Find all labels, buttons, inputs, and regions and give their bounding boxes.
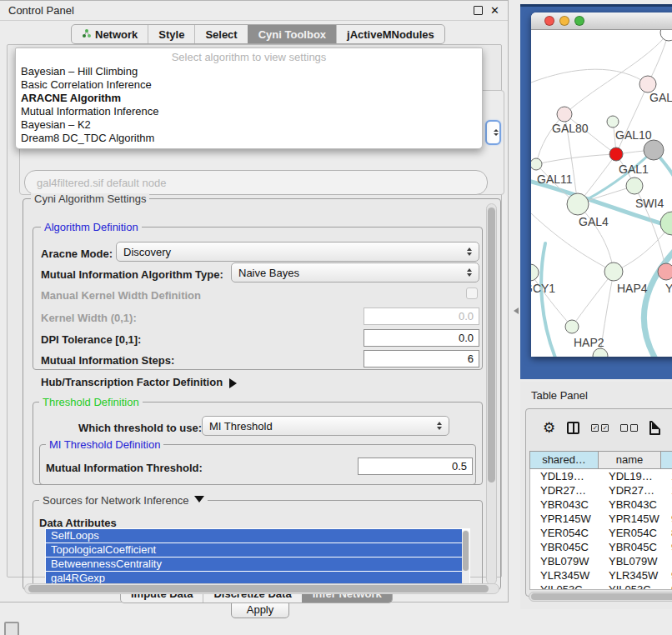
settings-vertical-scrollbar[interactable]: [486, 203, 497, 585]
gear-icon[interactable]: ⚙: [543, 421, 555, 435]
unchecked-columns-icon[interactable]: [620, 424, 638, 432]
network-node[interactable]: [607, 116, 619, 128]
mi-threshold-field[interactable]: [358, 458, 473, 475]
table-panel: Table Panel ⚙✓✓ shared…name YDL19…YDL19……: [520, 382, 672, 609]
tab-cyni-toolbox[interactable]: Cyni Toolbox: [248, 25, 336, 43]
algorithm-combo-arrow-button[interactable]: [485, 120, 501, 145]
network-node[interactable]: [609, 148, 623, 161]
list-item[interactable]: BetweennessCentrality: [46, 558, 462, 571]
dropdown-item-dream8-dc-tdc-algorithm[interactable]: Dream8 DC_TDC Algorithm: [16, 132, 482, 145]
table-panel-title: Table Panel: [520, 382, 672, 402]
dropdown-placeholder: Select algorithm to view settings: [16, 50, 482, 65]
dropdown-item-bayesian-hill-climbing[interactable]: Bayesian – Hill Climbing: [16, 65, 482, 78]
dpi-tolerance-field[interactable]: [364, 329, 479, 347]
table-cell: YBL079W: [599, 554, 661, 568]
tab-network[interactable]: Network: [72, 25, 148, 43]
node-label: GAL1: [619, 162, 649, 176]
network-view-window[interactable]: GAL7GAL80GAL10GAL11GAL1GAL4SWI4GCY1HAP4Y…: [531, 12, 672, 357]
network-graph[interactable]: GAL7GAL80GAL10GAL11GAL1GAL4SWI4GCY1HAP4Y…: [531, 30, 672, 357]
docked-panel-icon[interactable]: [4, 622, 19, 635]
table-row[interactable]: YBL079WYBL079W: [530, 554, 672, 568]
panel-title: Control Panel: [8, 4, 474, 17]
dropdown-item-aracne-algorithm[interactable]: ARACNE Algorithm: [16, 92, 482, 105]
network-node-gal7[interactable]: [639, 76, 656, 92]
which-threshold-combo[interactable]: MI Threshold: [202, 416, 449, 436]
tab-style[interactable]: Style: [148, 25, 194, 43]
network-edge[interactable]: [536, 154, 616, 164]
split-pane-collapse-icon[interactable]: [510, 308, 519, 314]
network-node[interactable]: [593, 348, 608, 357]
table-cell: 9: [661, 582, 672, 590]
dropdown-item-basic-correlation-inference[interactable]: Basic Correlation Inference: [16, 78, 482, 92]
table-row[interactable]: YLR345WYLR345W9.: [530, 568, 672, 582]
tab-jactivemnodules[interactable]: jActiveMNodules: [336, 25, 444, 43]
spinner-arrows-icon: [467, 268, 472, 277]
table-row[interactable]: YIL053CYIL053C9: [530, 582, 672, 590]
settings-horizontal-scrollbar[interactable]: [24, 583, 499, 594]
table-horizontal-scrollbar[interactable]: [529, 592, 672, 602]
network-node-gal11[interactable]: [531, 158, 542, 170]
hub-definition-toggle[interactable]: Hub/Transcription Factor Definition: [41, 376, 242, 388]
network-icon: [82, 28, 92, 41]
checked-columns-icon[interactable]: ✓✓: [591, 424, 609, 432]
network-node-gcy1[interactable]: [531, 264, 539, 281]
network-node-gal4[interactable]: [567, 193, 589, 215]
table-row[interactable]: YBR043CYBR043C: [530, 498, 672, 512]
zoom-traffic-icon[interactable]: [574, 16, 584, 26]
dropdown-item-bayesian-k2[interactable]: Bayesian – K2: [16, 118, 482, 132]
table-row[interactable]: YDR27…YDR27…12: [530, 483, 672, 498]
dropdown-item-mutual-information-inference[interactable]: Mutual Information Inference: [16, 105, 482, 118]
mi-algorithm-type-combo[interactable]: Naive Bayes: [231, 262, 479, 282]
table-cell: YLR345W: [530, 568, 599, 582]
sources-group-title[interactable]: Sources for Network Inference: [39, 495, 208, 508]
aracne-mode-combo[interactable]: Discovery: [116, 242, 479, 262]
network-node-hap2[interactable]: [565, 320, 579, 333]
network-edge[interactable]: [572, 272, 614, 327]
table-cell: 12: [661, 483, 672, 498]
network-window-titlebar[interactable]: [531, 12, 672, 30]
control-panel-titlebar: Control Panel ✕: [0, 1, 508, 21]
close-icon[interactable]: ✕: [490, 5, 499, 16]
data-attributes-list[interactable]: SelfLoopsTopologicalCoefficientBetweenne…: [45, 528, 470, 590]
list-item[interactable]: TopologicalCoefficient: [46, 543, 462, 557]
table-row[interactable]: YDL19…YDL19…13: [530, 469, 672, 483]
network-node[interactable]: [660, 30, 672, 41]
table-cell: YER054C: [530, 526, 599, 540]
mi-threshold-label: Mutual Information Threshold:: [46, 462, 203, 474]
table-row[interactable]: YBR045CYBR045C9.: [530, 540, 672, 554]
table-cell: YBR043C: [530, 498, 599, 512]
column-header-extra[interactable]: [661, 452, 672, 468]
network-node-y[interactable]: [658, 263, 672, 280]
float-icon[interactable]: [474, 6, 483, 15]
close-traffic-icon[interactable]: [544, 16, 554, 26]
table-cell: YBR043C: [599, 498, 661, 512]
file-icon[interactable]: [649, 421, 660, 435]
tab-select[interactable]: Select: [194, 25, 247, 43]
network-node-gal80[interactable]: [557, 107, 572, 122]
network-edge[interactable]: [531, 272, 572, 327]
network-node-gal1[interactable]: [626, 178, 643, 194]
minimize-traffic-icon[interactable]: [559, 16, 569, 26]
node-label: Y: [665, 282, 672, 295]
network-edge[interactable]: [541, 243, 557, 357]
mi-steps-field[interactable]: [364, 350, 479, 368]
list-item[interactable]: SelfLoops: [46, 529, 462, 542]
network-edge[interactable]: [616, 84, 648, 154]
kernel-width-field[interactable]: [364, 308, 479, 325]
table-row[interactable]: YER054CYER054C8.: [530, 526, 672, 540]
network-node-swi4[interactable]: [660, 212, 672, 235]
table-row[interactable]: YPR145WYPR145W9.: [530, 512, 672, 526]
checked-checkbox-icon: ✓: [591, 424, 599, 432]
network-combo[interactable]: gal4filtered.sif default node: [24, 170, 488, 195]
column-header-name[interactable]: name: [599, 452, 661, 468]
columns-icon[interactable]: [567, 422, 579, 434]
table-cell: 13: [661, 469, 672, 483]
list-scrollbar[interactable]: [462, 530, 469, 587]
network-node-gal10[interactable]: [644, 140, 664, 160]
network-edge[interactable]: [531, 69, 648, 84]
manual-kernel-label: Manual Kernel Width Definition: [41, 289, 201, 302]
network-node-hap4[interactable]: [604, 262, 623, 281]
manual-kernel-checkbox[interactable]: [466, 288, 478, 299]
network-desktop: GAL7GAL80GAL10GAL11GAL1GAL4SWI4GCY1HAP4Y…: [520, 4, 672, 379]
column-header-shared[interactable]: shared…: [530, 452, 599, 468]
